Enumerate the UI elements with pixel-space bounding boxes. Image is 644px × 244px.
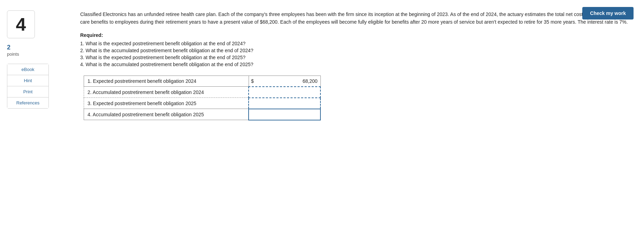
points-section: 2 points [7,44,19,64]
answer-table: 1. Expected postretirement benefit oblig… [84,76,321,120]
row-1-input-wrapper: $ [249,76,320,86]
check-my-work-button[interactable]: Check my work [582,7,634,19]
ebook-link[interactable]: eBook [7,64,48,75]
top-right-actions: Check my work [582,7,634,19]
row-3-input-cell [249,98,320,109]
required-item-1: 1. What is the expected postretirement b… [80,41,630,46]
row-1-input-cell: $ [249,76,320,87]
table-row-2: 2. Accumulated postretirement benefit ob… [84,87,321,98]
question-number-box: 4 [7,10,35,38]
row-4-label: 4. Accumulated postretirement benefit ob… [84,109,249,120]
points-label: points [7,52,19,57]
row-3-label: 3. Expected postretirement benefit oblig… [84,98,249,109]
row-1-input[interactable] [256,76,320,86]
sidebar-links: eBook Hint Print References [7,64,49,109]
row-1-label: 1. Expected postretirement benefit oblig… [84,76,249,87]
question-number: 4 [16,15,26,33]
row-1-dollar: $ [249,76,256,86]
points-value: 2 [7,44,19,52]
hint-link[interactable]: Hint [7,75,48,86]
table-row-3: 3. Expected postretirement benefit oblig… [84,98,321,109]
print-link[interactable]: Print [7,86,48,97]
row-4-input[interactable] [249,109,320,120]
row-2-input[interactable] [249,87,320,97]
table-row-1: 1. Expected postretirement benefit oblig… [84,76,321,87]
problem-text: Classified Electronics has an unfunded r… [80,10,630,26]
row-3-input[interactable] [249,98,320,109]
required-item-4: 4. What is the accumulated postretiremen… [80,62,630,67]
table-row-4: 4. Accumulated postretirement benefit ob… [84,109,321,120]
required-item-3: 3. What is the expected postretirement b… [80,55,630,60]
content-area: Classified Electronics has an unfunded r… [73,10,634,120]
required-label: Required: [80,32,630,38]
references-link[interactable]: References [7,97,48,108]
row-4-input-cell [249,109,320,120]
left-panel: 4 2 points eBook Hint Print References [7,10,73,120]
required-item-2: 2. What is the accumulated postretiremen… [80,48,630,53]
page-wrapper: Check my work 4 2 points eBook Hint Prin… [0,0,644,244]
row-2-input-cell [249,87,320,98]
required-list: 1. What is the expected postretirement b… [80,41,630,67]
row-2-label: 2. Accumulated postretirement benefit ob… [84,87,249,98]
main-layout: 4 2 points eBook Hint Print References C… [7,10,634,120]
